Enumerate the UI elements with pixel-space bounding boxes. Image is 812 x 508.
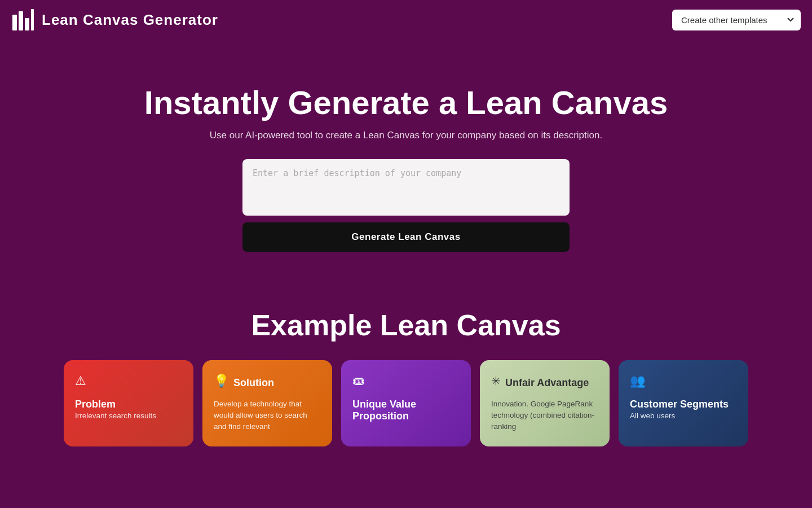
card-customer-segments: Customer Segments All web users <box>619 360 748 446</box>
header: Lean Canvas Generator Create other templ… <box>0 0 812 40</box>
hero-subtitle: Use our AI-powered tool to create a Lean… <box>210 130 602 141</box>
card-problem: Problem Irrelevant search results <box>64 360 193 446</box>
card-customer-segments-header <box>630 374 737 393</box>
card-problem-title: Problem <box>75 398 182 410</box>
svg-rect-0 <box>12 15 17 30</box>
svg-rect-1 <box>19 11 23 30</box>
svg-rect-2 <box>25 18 29 30</box>
card-solution-header: Solution <box>214 374 321 393</box>
hero-title: Instantly Generate a Lean Canvas <box>144 85 668 121</box>
logo-area: Lean Canvas Generator <box>11 8 218 32</box>
ticket-icon <box>352 374 365 388</box>
card-unfair-advantage: Unfair Advantage Innovation. Google Page… <box>480 360 610 446</box>
card-unique-value-header <box>352 374 460 393</box>
generate-lean-canvas-button[interactable]: Generate Lean Canvas <box>242 222 570 252</box>
svg-rect-3 <box>31 9 34 30</box>
card-unfair-advantage-title: Unfair Advantage <box>505 377 589 389</box>
card-problem-body: Irrelevant search results <box>75 410 182 422</box>
example-section: Example Lean Canvas Problem Irrelevant s… <box>0 286 812 446</box>
card-solution: Solution Develop a technology that would… <box>202 360 332 446</box>
create-templates-select[interactable]: Create other templates Business Model Ca… <box>672 10 801 30</box>
bulb-icon <box>214 374 229 388</box>
sparkle-icon <box>491 374 501 388</box>
users-icon <box>630 374 645 388</box>
warning-icon <box>75 374 86 388</box>
logo-title: Lean Canvas Generator <box>42 11 218 29</box>
example-section-title: Example Lean Canvas <box>34 308 778 342</box>
logo-icon <box>11 8 35 32</box>
card-unfair-advantage-body: Innovation. Google PageRank technology (… <box>491 398 598 433</box>
card-unique-value-title: Unique Value <box>352 398 460 410</box>
card-unfair-advantage-header: Unfair Advantage <box>491 374 598 393</box>
card-solution-title: Solution <box>233 377 274 389</box>
card-solution-body: Develop a technology that would allow us… <box>214 398 321 433</box>
create-templates-wrapper[interactable]: Create other templates Business Model Ca… <box>672 10 801 30</box>
card-customer-segments-body: All web users <box>630 410 737 422</box>
card-unique-value: Unique Value Proposition <box>341 360 471 446</box>
card-unique-value-subtitle: Proposition <box>352 410 460 422</box>
card-customer-segments-title: Customer Segments <box>630 398 737 410</box>
card-problem-header <box>75 374 182 393</box>
company-description-input[interactable] <box>242 159 570 216</box>
canvas-cards: Problem Irrelevant search results Soluti… <box>34 360 778 446</box>
hero-section: Instantly Generate a Lean Canvas Use our… <box>0 40 812 286</box>
